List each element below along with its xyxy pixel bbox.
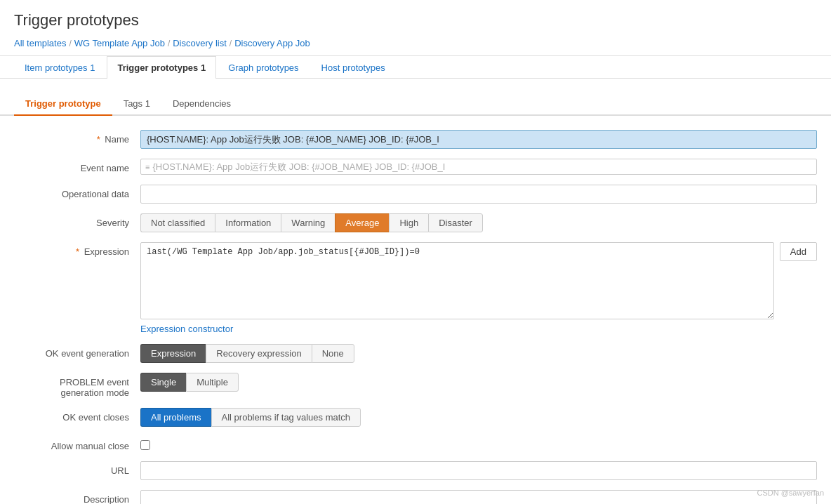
form-row-severity: Severity Not classified Information Warn…: [14, 213, 817, 232]
description-input[interactable]: [140, 490, 817, 504]
page-header: Trigger prototypes All templates / WG Te…: [0, 0, 831, 56]
ok-event-group: Expression Recovery expression None: [140, 344, 817, 363]
form-row-event-name: Event name ≡: [14, 159, 817, 175]
ok-closes-tag-match[interactable]: All problems if tag values match: [211, 408, 361, 427]
form-row-url: URL: [14, 461, 817, 480]
form-body: * Name Event name ≡ Operational data: [0, 130, 831, 504]
problem-mode-single[interactable]: Single: [140, 373, 186, 392]
ok-closes-control-wrap: All problems All problems if tag values …: [140, 408, 817, 427]
form-row-description: Description: [14, 490, 817, 504]
url-input[interactable]: [140, 461, 817, 480]
watermark: CSDN @sawyerfan: [757, 489, 824, 497]
breadcrumb-sep-2: /: [168, 39, 170, 48]
allow-manual-control-wrap: [140, 437, 817, 450]
event-name-control-wrap: ≡: [140, 159, 817, 175]
sub-tab-tags[interactable]: Tags 1: [112, 93, 161, 116]
operational-data-label: Operational data: [14, 185, 140, 199]
event-name-icon: ≡: [145, 163, 149, 171]
operational-data-input[interactable]: [140, 185, 817, 204]
breadcrumb-discovery-app[interactable]: Discovery App Job: [234, 38, 310, 48]
tab-item-prototypes[interactable]: Item prototypes 1: [14, 56, 105, 79]
severity-control-wrap: Not classified Information Warning Avera…: [140, 213, 817, 232]
breadcrumb-all-templates[interactable]: All templates: [14, 38, 66, 48]
severity-not-classified[interactable]: Not classified: [140, 213, 215, 232]
name-input[interactable]: [140, 130, 817, 149]
tab-graph-prototypes[interactable]: Graph prototypes: [218, 56, 309, 79]
problem-mode-multiple[interactable]: Multiple: [186, 373, 239, 392]
severity-group: Not classified Information Warning Avera…: [140, 213, 817, 232]
expression-add-button[interactable]: Add: [780, 242, 817, 261]
ok-closes-group: All problems All problems if tag values …: [140, 408, 817, 427]
breadcrumb: All templates / WG Template App Job / Di…: [14, 38, 817, 48]
breadcrumb-sep-1: /: [69, 39, 71, 48]
name-label: * Name: [14, 130, 140, 145]
severity-information[interactable]: Information: [215, 213, 281, 232]
breadcrumb-wg-template[interactable]: WG Template App Job: [74, 38, 165, 48]
event-name-label: Event name: [14, 159, 140, 173]
expression-label: * Expression: [14, 242, 140, 257]
description-control-wrap: [140, 490, 817, 504]
sub-tab-dependencies[interactable]: Dependencies: [161, 93, 242, 116]
ok-event-label: OK event generation: [14, 344, 140, 359]
expression-textarea[interactable]: last(/WG Template App Job/app.job_status…: [140, 242, 774, 319]
form-row-ok-event: OK event generation Expression Recovery …: [14, 344, 817, 363]
ok-event-expression[interactable]: Expression: [140, 344, 206, 363]
allow-manual-checkbox-wrap: [140, 437, 817, 450]
form-row-expression: * Expression last(/WG Template App Job/a…: [14, 242, 817, 334]
url-control-wrap: [140, 461, 817, 480]
form-row-ok-closes: OK event closes All problems All problem…: [14, 408, 817, 427]
allow-manual-checkbox[interactable]: [140, 440, 150, 450]
expression-control-wrap: last(/WG Template App Job/app.job_status…: [140, 242, 817, 334]
tab-host-prototypes[interactable]: Host prototypes: [311, 56, 396, 79]
severity-disaster[interactable]: Disaster: [428, 213, 483, 232]
form-row-problem-mode: PROBLEM event generation mode Single Mul…: [14, 373, 817, 398]
name-control-wrap: [140, 130, 817, 149]
expression-wrap: last(/WG Template App Job/app.job_status…: [140, 242, 817, 319]
allow-manual-label: Allow manual close: [14, 437, 140, 451]
ok-event-recovery[interactable]: Recovery expression: [206, 344, 311, 363]
severity-high[interactable]: High: [389, 213, 428, 232]
ok-closes-label: OK event closes: [14, 408, 140, 423]
ok-closes-all-problems[interactable]: All problems: [140, 408, 211, 427]
tab-trigger-prototypes[interactable]: Trigger prototypes 1: [107, 56, 216, 79]
severity-label: Severity: [14, 213, 140, 228]
content-area: Trigger prototype Tags 1 Dependencies * …: [0, 79, 831, 504]
event-name-input[interactable]: [152, 161, 812, 172]
problem-mode-group: Single Multiple: [140, 373, 817, 392]
breadcrumb-discovery-list[interactable]: Discovery list: [173, 38, 227, 48]
expression-required-star: *: [76, 246, 79, 257]
nav-tabs-bar: Item prototypes 1 Trigger prototypes 1 G…: [0, 56, 831, 79]
url-label: URL: [14, 461, 140, 476]
severity-warning[interactable]: Warning: [281, 213, 335, 232]
form-row-operational-data: Operational data: [14, 185, 817, 204]
form-row-name: * Name: [14, 130, 817, 149]
name-required-star: *: [97, 134, 100, 145]
expression-constructor-link[interactable]: Expression constructor: [140, 324, 233, 334]
page-title: Trigger prototypes: [14, 11, 817, 29]
description-label: Description: [14, 490, 140, 504]
ok-event-control-wrap: Expression Recovery expression None: [140, 344, 817, 363]
problem-mode-control-wrap: Single Multiple: [140, 373, 817, 392]
severity-average[interactable]: Average: [335, 213, 389, 232]
breadcrumb-sep-3: /: [230, 39, 232, 48]
operational-data-control-wrap: [140, 185, 817, 204]
sub-tabs: Trigger prototype Tags 1 Dependencies: [0, 93, 831, 116]
form-row-allow-manual: Allow manual close: [14, 437, 817, 451]
problem-mode-label: PROBLEM event generation mode: [14, 373, 140, 398]
ok-event-none[interactable]: None: [312, 344, 354, 363]
sub-tab-trigger-prototype[interactable]: Trigger prototype: [14, 93, 112, 116]
